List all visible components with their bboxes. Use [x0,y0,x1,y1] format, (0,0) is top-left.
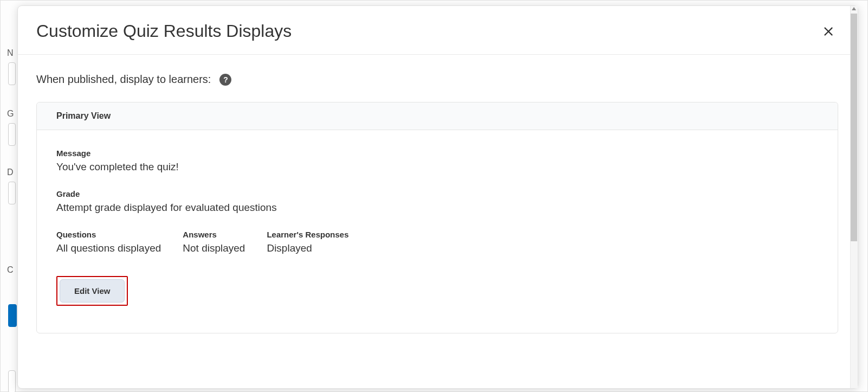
message-label: Message [56,149,818,158]
primary-view-card-header: Primary View [37,102,838,130]
help-icon[interactable]: ? [219,74,231,86]
bg-label-d: D [7,168,14,177]
modal-body: When published, display to learners: ? P… [18,55,858,388]
responses-value: Displayed [267,242,348,254]
scrollbar[interactable] [850,6,858,388]
bg-label-g: G [7,109,14,119]
answers-field: Answers Not displayed [183,230,245,254]
answers-label: Answers [183,230,245,239]
modal-dialog: Customize Quiz Results Displays When pub… [17,5,858,389]
bg-label-c: C [7,265,14,275]
edit-view-button[interactable]: Edit View [60,279,125,303]
close-button[interactable] [821,24,836,39]
modal-header: Customize Quiz Results Displays [18,6,858,55]
grade-field: Grade Attempt grade displayed for evalua… [56,189,818,214]
message-field: Message You've completed the quiz! [56,149,818,173]
questions-field: Questions All questions displayed [56,230,161,254]
primary-view-card: Primary View Message You've completed th… [36,102,838,333]
answers-value: Not displayed [183,242,245,254]
bg-label-n: N [7,48,14,58]
section-heading-row: When published, display to learners: ? [36,73,838,86]
bg-primary-button [8,304,17,327]
primary-view-heading: Primary View [56,111,818,121]
message-value: You've completed the quiz! [56,161,818,173]
scrollbar-up-icon [852,7,856,10]
bg-input-bottom [8,370,16,392]
edit-view-highlight: Edit View [56,276,128,306]
display-options-row: Questions All questions displayed Answer… [56,230,818,254]
responses-label: Learner's Responses [267,230,348,239]
responses-field: Learner's Responses Displayed [267,230,348,254]
questions-value: All questions displayed [56,242,161,254]
grade-label: Grade [56,189,818,198]
grade-value: Attempt grade displayed for evaluated qu… [56,202,818,214]
bg-input-d [8,182,16,204]
scrollbar-thumb[interactable] [851,14,857,241]
bg-input-g [8,123,16,146]
primary-view-card-body: Message You've completed the quiz! Grade… [37,130,838,333]
section-heading: When published, display to learners: [36,73,211,86]
close-icon [822,25,834,37]
modal-title: Customize Quiz Results Displays [36,21,292,41]
bg-input-n [8,62,16,85]
questions-label: Questions [56,230,161,239]
